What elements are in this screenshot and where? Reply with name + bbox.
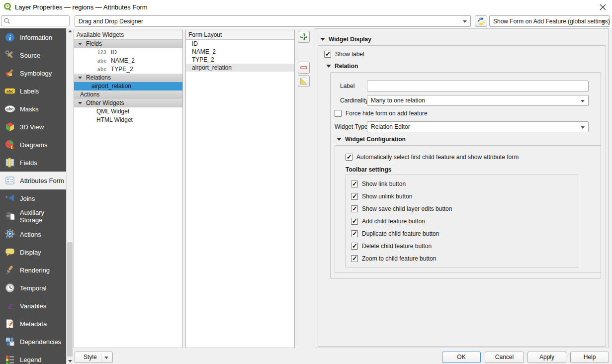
close-icon[interactable] <box>597 2 608 12</box>
titlebar: Layer Properties — regions — Attributes … <box>0 0 612 14</box>
sidebar-item-symbology[interactable]: Symbology <box>0 64 66 82</box>
checkbox-label: Show save child layer edits button <box>362 205 452 212</box>
show-form-on-add-feature-combo[interactable]: Show Form on Add Feature (global setting… <box>489 15 610 27</box>
sidebar-item-attributes-form[interactable]: Attributes Form <box>0 172 66 189</box>
tree-item-name-2[interactable]: abcNAME_2 <box>74 57 182 65</box>
qgis-logo-icon <box>3 2 13 13</box>
legend-list-icon <box>4 354 15 364</box>
paintbrush-icon <box>4 68 15 79</box>
sidebar-item-label: Temporal <box>20 284 46 292</box>
section-title: Widget Configuration <box>345 136 406 143</box>
collapse-arrow-icon[interactable] <box>78 77 82 79</box>
tree-category-fields[interactable]: Fields <box>74 40 182 48</box>
show-unlink-button-checkbox[interactable] <box>351 193 358 200</box>
scrollbar-thumb[interactable] <box>67 242 73 357</box>
widget-type-label: Widget Type <box>335 123 367 130</box>
widget-display-section-header[interactable]: Widget Display <box>320 36 371 43</box>
form-layout-item-airport-relation[interactable]: airport_relation <box>186 64 294 72</box>
cardinality-combo[interactable]: Many to one relation <box>367 95 589 106</box>
relation-section-header[interactable]: Relation <box>326 63 358 70</box>
tree-item-qml-widget[interactable]: QML Widget <box>74 107 182 116</box>
form-layout-item-id[interactable]: ID <box>186 40 294 48</box>
form-layout-item-type-2[interactable]: TYPE_2 <box>186 56 294 64</box>
delete-child-feature-checkbox[interactable] <box>351 243 358 250</box>
sidebar-item-labels[interactable]: abcLabels <box>0 82 66 100</box>
sidebar-item-auxiliary-storage[interactable]: Auxiliary Storage <box>0 207 66 225</box>
add-widget-button[interactable] <box>298 31 310 43</box>
python-init-function-button[interactable] <box>475 15 487 27</box>
edit-page-icon <box>299 77 308 86</box>
tree-category-relations[interactable]: Relations <box>74 74 182 82</box>
style-button-label: Style <box>84 354 97 361</box>
tree-item-airport-relation[interactable]: airport_relation <box>74 82 182 91</box>
scroll-down-icon[interactable] <box>68 360 72 363</box>
ok-button[interactable]: OK <box>442 352 481 363</box>
cancel-button[interactable]: Cancel <box>485 352 524 363</box>
sidebar-item-display[interactable]: Display <box>0 243 66 261</box>
collapse-arrow-icon[interactable] <box>78 43 82 45</box>
sidebar-item-temporal[interactable]: Temporal <box>0 279 66 297</box>
sidebar-item-variables[interactable]: εVariables <box>0 297 66 315</box>
sidebar-item-fields[interactable]: Fields <box>0 154 66 172</box>
text-type-icon: abc <box>97 57 107 65</box>
show-form-on-add-feature-value: Show Form on Add Feature (global setting… <box>493 18 610 25</box>
search-input[interactable] <box>12 16 68 25</box>
sidebar-item-legend[interactable]: Legend <box>0 351 66 364</box>
sidebar-item-joins[interactable]: Joins <box>0 189 66 207</box>
text-type-icon: abc <box>97 65 107 74</box>
section-title: Widget Display <box>329 36 371 43</box>
sidebar-item-label: Auxiliary Storage <box>20 209 66 224</box>
help-button[interactable]: Help <box>570 352 609 363</box>
checkbox-label: Duplicate child feature button <box>362 230 439 237</box>
properties-sidebar: iInformation Source Symbology abcLabels … <box>0 28 66 364</box>
chevron-down-icon <box>581 126 585 129</box>
collapse-arrow-icon[interactable] <box>78 102 82 104</box>
triangle-down-icon <box>320 38 325 41</box>
sidebar-item-masks[interactable]: abcMasks <box>0 100 66 118</box>
style-button[interactable]: Style <box>75 352 113 363</box>
sidebar-item-3d-view[interactable]: 3D View <box>0 118 66 136</box>
force-hide-form-checkbox[interactable] <box>335 110 342 117</box>
remove-widget-button[interactable] <box>298 62 310 74</box>
pie-chart-icon <box>4 139 15 150</box>
sidebar-item-label: Masks <box>20 105 39 113</box>
sidebar-item-dependencies[interactable]: Dependencies <box>0 333 66 351</box>
tree-item-type-2[interactable]: abcTYPE_2 <box>74 65 182 74</box>
widget-configuration-section-header[interactable]: Widget Configuration <box>337 136 406 143</box>
zoom-to-child-feature-checkbox[interactable] <box>351 255 358 262</box>
search-icon <box>3 17 10 24</box>
duplicate-child-feature-checkbox[interactable] <box>351 230 358 237</box>
sidebar-item-actions[interactable]: Actions <box>0 225 66 243</box>
form-designer-combo[interactable]: Drag and Drop Designer <box>75 15 471 27</box>
toolbar-option-row: Show save child layer edits button <box>351 205 452 212</box>
form-layout-item-name-2[interactable]: NAME_2 <box>186 48 294 56</box>
tree-item-html-widget[interactable]: HTML Widget <box>74 116 182 124</box>
apply-button[interactable]: Apply <box>527 352 566 363</box>
sidebar-item-information[interactable]: iInformation <box>0 28 66 46</box>
tree-item-label: airport_relation <box>74 83 131 90</box>
label-input[interactable] <box>367 81 589 91</box>
sidebar-item-label: Source <box>20 52 40 59</box>
show-link-button-checkbox[interactable] <box>351 181 358 187</box>
tree-category-actions[interactable]: Actions <box>74 91 182 99</box>
form-icon <box>4 175 15 186</box>
widget-type-combo[interactable]: Relation Editor <box>367 121 589 132</box>
form-designer-value: Drag and Drop Designer <box>79 18 143 25</box>
sidebar-item-diagrams[interactable]: Diagrams <box>0 136 66 154</box>
show-save-child-layer-edits-checkbox[interactable] <box>351 205 358 212</box>
add-child-feature-checkbox[interactable] <box>351 218 358 225</box>
edit-widget-button[interactable] <box>298 75 310 87</box>
tree-item-label: HTML Widget <box>74 116 133 123</box>
sidebar-item-metadata[interactable]: Metadata <box>0 315 66 333</box>
tree-item-id[interactable]: 123ID <box>74 48 182 57</box>
auto-select-first-child-checkbox[interactable] <box>346 154 352 161</box>
sidebar-item-source[interactable]: Source <box>0 46 66 64</box>
sidebar-item-rendering[interactable]: Rendering <box>0 261 66 279</box>
chevron-down-icon <box>104 357 108 359</box>
scroll-up-icon[interactable] <box>68 30 72 32</box>
show-label-row: Show label <box>324 51 364 58</box>
show-label-checkbox[interactable] <box>324 51 331 58</box>
tree-category-other-widgets[interactable]: Other Widgets <box>74 99 182 107</box>
list-item-label: airport_relation <box>186 64 232 71</box>
sidebar-scrollbar[interactable] <box>66 28 73 364</box>
